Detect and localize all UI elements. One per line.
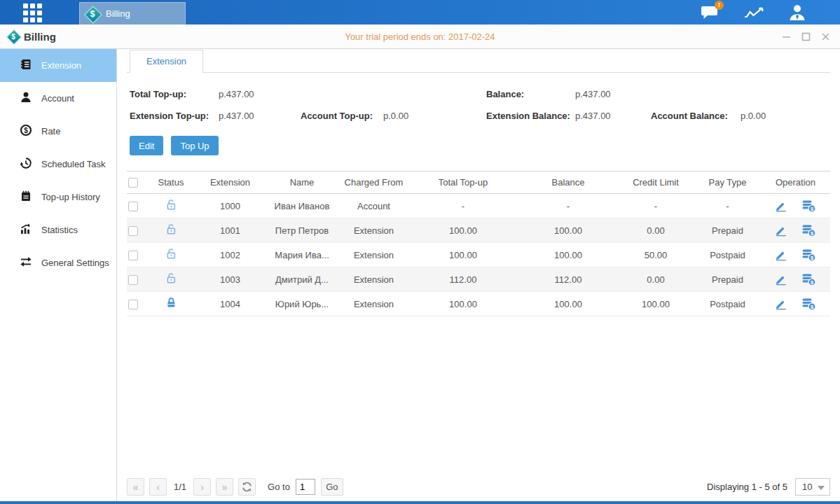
displaying-text: Displaying 1 - 5 of 5 xyxy=(707,482,787,492)
balance-value: p.437.00 xyxy=(575,89,611,99)
svg-text:$: $ xyxy=(24,127,28,134)
topbar-tab-billing[interactable]: $ Billing xyxy=(79,2,186,24)
cell-charged-from: Extension xyxy=(340,250,407,260)
cell-total-topup: 100.00 xyxy=(407,250,519,260)
window-title-text: Billing xyxy=(24,31,56,43)
row-checkbox[interactable] xyxy=(128,275,138,285)
user-icon[interactable] xyxy=(785,4,809,22)
extension-balance-label: Extension Balance: xyxy=(486,111,575,121)
pagination-bar: « ‹ 1/1 › » Go to Go Displaying 1 - 5 of… xyxy=(127,478,830,496)
account-balance-value: p.0.00 xyxy=(741,111,766,121)
page-size-value: 10 xyxy=(802,482,812,492)
edit-icon[interactable] xyxy=(775,200,787,212)
sidebar: Extension Account $ Rate Scheduled Task … xyxy=(0,49,117,501)
account-topup-label: Account Top-up: xyxy=(301,111,383,121)
cell-charged-from: Extension xyxy=(340,299,407,309)
close-button[interactable] xyxy=(820,31,830,41)
col-operation[interactable]: Operation xyxy=(761,177,830,188)
cell-name: Дмитрий Д... xyxy=(263,274,340,285)
lock-open-icon xyxy=(165,198,178,211)
sidebar-item-account[interactable]: Account xyxy=(0,82,116,115)
cell-charged-from: Extension xyxy=(340,225,407,236)
col-credit-limit[interactable]: Credit Limit xyxy=(617,177,694,188)
col-balance[interactable]: Balance xyxy=(519,177,617,188)
cell-extension: 1004 xyxy=(197,299,263,309)
scheduled-task-icon xyxy=(20,157,32,172)
messages-icon[interactable]: ! xyxy=(698,4,722,22)
sidebar-item-scheduled-task[interactable]: Scheduled Task xyxy=(0,148,116,181)
refresh-button[interactable] xyxy=(238,478,256,496)
col-pay-type[interactable]: Pay Type xyxy=(694,177,761,188)
prev-page-button[interactable]: ‹ xyxy=(149,478,167,496)
apps-grid-icon[interactable] xyxy=(23,4,48,22)
cell-total-topup: 112.00 xyxy=(407,274,519,285)
chevron-down-icon xyxy=(818,486,825,490)
col-extension[interactable]: Extension xyxy=(197,177,263,188)
topup-icon[interactable]: $ xyxy=(801,224,816,237)
resource-monitor-icon[interactable] xyxy=(742,4,766,22)
cell-extension: 1001 xyxy=(197,225,263,236)
col-status[interactable]: Status xyxy=(145,177,197,188)
sidebar-item-general-settings[interactable]: General Settings xyxy=(0,246,116,279)
first-page-button[interactable]: « xyxy=(127,478,144,496)
extension-table: Status Extension Name Charged From Total… xyxy=(127,171,830,316)
next-page-button[interactable]: › xyxy=(193,478,211,496)
billing-app-icon: $ xyxy=(85,6,100,22)
cell-name: Юрий Юрь... xyxy=(263,299,340,309)
statistics-icon xyxy=(20,223,32,237)
page-size-select[interactable]: 10 xyxy=(795,478,830,496)
tab-strip: Extension xyxy=(127,50,830,73)
lock-closed-icon xyxy=(165,296,178,309)
top-up-button[interactable]: Top Up xyxy=(171,136,218,155)
edit-icon[interactable] xyxy=(775,298,787,310)
maximize-button[interactable] xyxy=(801,31,811,41)
cell-total-topup: - xyxy=(407,201,519,211)
extension-icon xyxy=(20,58,32,73)
sidebar-item-top-up-history[interactable]: Top-up History xyxy=(0,181,116,214)
minimize-button[interactable] xyxy=(781,31,791,41)
topup-icon[interactable]: $ xyxy=(801,200,816,213)
extension-balance-value: p.437.00 xyxy=(575,111,611,121)
cell-balance: - xyxy=(519,201,617,211)
col-name[interactable]: Name xyxy=(263,177,340,188)
extension-topup-value: p.437.00 xyxy=(219,111,254,121)
lock-open-icon xyxy=(165,272,178,285)
sidebar-item-rate[interactable]: $ Rate xyxy=(0,115,116,148)
cell-pay-type: Postpaid xyxy=(694,299,761,309)
goto-page-input[interactable] xyxy=(296,479,315,495)
topup-icon[interactable]: $ xyxy=(801,273,816,286)
topbar: $ Billing ! xyxy=(0,0,840,24)
rate-icon: $ xyxy=(20,124,32,139)
edit-button[interactable]: Edit xyxy=(130,136,163,155)
cell-charged-from: Account xyxy=(340,201,407,211)
sidebar-item-statistics[interactable]: Statistics xyxy=(0,214,116,246)
cell-credit-limit: 0.00 xyxy=(617,225,694,236)
trial-notice: Your trial period ends on: 2017-02-24 xyxy=(0,31,840,42)
edit-icon[interactable] xyxy=(775,273,787,286)
last-page-button[interactable]: » xyxy=(216,478,233,496)
select-all-checkbox[interactable] xyxy=(128,178,138,188)
table-row: 1001 Петр Петров Extension 100.00 100.00… xyxy=(127,218,830,243)
lock-open-icon xyxy=(165,247,178,260)
go-button[interactable]: Go xyxy=(321,478,343,496)
cell-pay-type: Prepaid xyxy=(694,274,761,285)
row-checkbox[interactable] xyxy=(128,251,138,260)
row-checkbox[interactable] xyxy=(128,226,138,236)
tab-extension[interactable]: Extension xyxy=(130,50,203,73)
edit-icon[interactable] xyxy=(775,224,787,237)
window-titlebar: $ Billing Your trial period ends on: 201… xyxy=(0,24,840,49)
notification-badge: ! xyxy=(715,1,724,10)
col-total-topup[interactable]: Total Top-up xyxy=(407,177,519,188)
topup-icon[interactable]: $ xyxy=(801,248,816,262)
cell-balance: 100.00 xyxy=(519,250,617,260)
extension-topup-label: Extension Top-up: xyxy=(130,111,219,121)
col-charged-from[interactable]: Charged From xyxy=(340,177,407,188)
edit-icon[interactable] xyxy=(775,248,787,261)
sidebar-item-extension[interactable]: Extension xyxy=(0,49,116,82)
row-checkbox[interactable] xyxy=(128,202,138,211)
billing-summary: Total Top-up:p.437.00 Balance:p.437.00 E… xyxy=(130,83,830,127)
topup-icon[interactable]: $ xyxy=(801,298,816,311)
cell-total-topup: 100.00 xyxy=(407,225,519,236)
row-checkbox[interactable] xyxy=(128,300,138,309)
account-balance-label: Account Balance: xyxy=(651,111,741,121)
